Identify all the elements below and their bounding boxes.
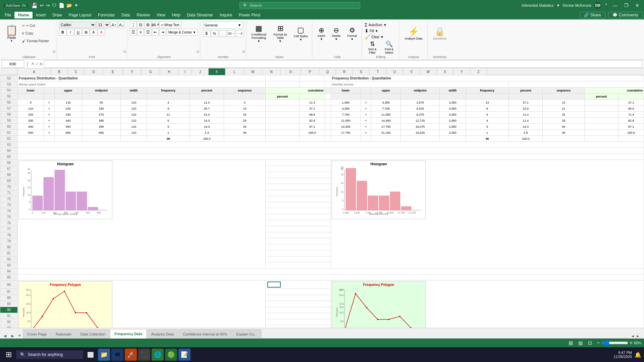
find-select-button[interactable]: 🔍 Find & Select [381,40,397,54]
col-header-l[interactable]: L [225,68,244,75]
col-header-h[interactable]: H [160,68,178,75]
merge-center-button[interactable]: Merge & Center ▼ [167,29,198,36]
cell-k53[interactable] [325,81,331,87]
row-54[interactable]: 54 [0,87,18,94]
cell-q54[interactable]: frequency [466,87,509,94]
format-painter-button[interactable]: 🖌 Format Painter [20,37,54,45]
cell-p54[interactable]: width [439,87,466,94]
taskbar-search[interactable]: 🔍 Search for anything [16,350,83,359]
number-format-select[interactable]: General ▼ [203,21,243,29]
percent-button[interactable]: % [211,30,218,37]
cell-k52[interactable] [325,75,331,81]
clear-button[interactable]: 🧹 Clear ▼ [365,34,384,40]
italic-button[interactable]: I [67,29,74,36]
sheet-right-scroll[interactable]: ► [9,333,16,339]
col-header-k[interactable]: K [209,68,225,75]
decimal-decrease-button[interactable]: ←.0 [236,30,244,37]
sheet-tab-frequency-data[interactable]: Frequency Data [110,329,147,339]
col-header-z[interactable]: Z [470,68,487,75]
cell-e54[interactable]: width [121,87,147,94]
border-button[interactable]: ⊞ [82,29,90,36]
menu-formulas[interactable]: Formulas [95,12,118,18]
start-button[interactable]: ⊞ [3,349,15,361]
col-header-g[interactable]: G [142,68,160,75]
notification-icon[interactable]: 🔔 [635,352,641,358]
col-header-t[interactable]: T [370,68,386,75]
new-icon[interactable]: 📄 [59,3,64,8]
align-middle-button[interactable]: ⊟ [137,21,144,28]
taskbar-store[interactable]: 🚀 [125,349,137,361]
minimize-button[interactable]: — [611,2,620,9]
number-format-dropdown[interactable]: ▼ [238,23,241,27]
cancel-formula-button[interactable]: ✕ [31,62,34,66]
format-button[interactable]: ⚙ Format ▼ [345,23,360,44]
conditional-formatting-button[interactable]: ▦ Conditional Formatting ▼ [249,23,269,44]
cell-l52[interactable]: Frequency Distribution - Quantitative [331,75,644,81]
sheet-scroll-left-btn[interactable]: ◄ [631,334,635,339]
col-header-d[interactable]: D [85,68,103,75]
analyze-data-button[interactable]: ⚡ Analyze Data [402,21,425,45]
col-header-o[interactable]: O [281,68,301,75]
save-icon[interactable]: 💾 [31,2,38,9]
cell-r54[interactable]: percent [509,87,543,94]
fill-color-button[interactable]: A [90,29,97,36]
col-header-b[interactable]: B [51,68,68,75]
number-expand[interactable]: ⊡ [243,50,245,53]
cell-l53[interactable]: Monthly Income [331,81,509,87]
insert-dropdown[interactable]: ▼ [320,38,323,41]
taskbar-mail[interactable]: ✉ [111,349,123,361]
taskbar-word-app[interactable]: 📝 [178,349,191,361]
row-53[interactable]: 53 [0,81,18,87]
cell-n54[interactable]: upper [371,87,401,94]
align-right-button[interactable]: ☰ [145,29,151,36]
paste-button[interactable]: 📋 Paste ▼ [3,21,20,45]
fill-button[interactable]: ⬇ Fill ▼ [365,28,378,34]
col-header-c[interactable]: C [68,68,85,75]
cell-i53[interactable] [266,81,300,87]
confirm-formula-button[interactable]: ✓ [36,62,39,66]
taskbar-chrome[interactable]: 🌐 [152,349,164,361]
underline-button[interactable]: U [74,29,82,36]
cell-t54[interactable]: cumulative [584,87,644,94]
cell-styles-button[interactable]: ▢ Cell Styles ▼ [292,23,310,44]
sheet-tab-analysis-data[interactable]: Analysis Data [147,329,178,339]
cell-f54[interactable]: frequency [147,87,190,94]
col-header-a[interactable]: A [17,68,51,75]
cell-a53[interactable]: Money spent Online [18,81,266,87]
taskbar-app1[interactable]: ⬛ [138,349,150,361]
orientation-button[interactable]: ab↗ [152,21,159,28]
align-left-button[interactable]: ☰ [130,29,137,36]
menu-home[interactable]: Home [14,12,32,18]
cell-j53[interactable] [300,81,325,87]
cell-o54[interactable]: midpoint [401,87,439,94]
sheet-left-scroll[interactable]: ◄ [1,333,9,339]
delete-dropdown[interactable]: ▼ [335,38,338,41]
protect-icon[interactable]: 🛡 [52,3,57,8]
col-header-y[interactable]: Y [453,68,470,75]
redo-icon[interactable]: ↪ [46,3,50,8]
menu-file[interactable]: File [1,12,14,18]
cell-k54[interactable] [325,87,331,94]
merge-dropdown[interactable]: ▼ [193,31,196,34]
col-header-v[interactable]: V [403,68,420,75]
zoom-slider[interactable] [601,340,628,346]
font-size-increase-button[interactable]: A↑ [111,21,117,28]
alignment-expand[interactable]: ⊡ [197,50,199,53]
align-bottom-button[interactable]: ⊞ [145,21,151,28]
comma-button[interactable]: , [219,30,226,37]
view-normal-button[interactable]: ⊞ [568,339,574,347]
menu-data[interactable]: Data [118,12,133,18]
font-family-select[interactable]: Calibri [59,21,96,28]
col-header-e[interactable]: E [103,68,123,75]
align-top-button[interactable]: ⌶ [130,21,137,28]
sheet-scroll[interactable]: 52 Frequency Distribution - Quantitative… [0,75,644,328]
menu-data-streamer[interactable]: Data Streamer [183,12,216,18]
cell-d54[interactable]: midpoint [82,87,120,94]
cell-styles-dropdown[interactable]: ▼ [299,38,302,41]
font-color-button[interactable]: A [98,29,105,36]
cell-i52[interactable] [266,75,300,81]
formula-input[interactable] [44,60,643,68]
wrap-text-button[interactable]: ↵ Wrap Text [159,21,181,28]
title-dropdown[interactable]: ▼ [556,3,560,7]
format-dropdown[interactable]: ▼ [351,38,354,41]
